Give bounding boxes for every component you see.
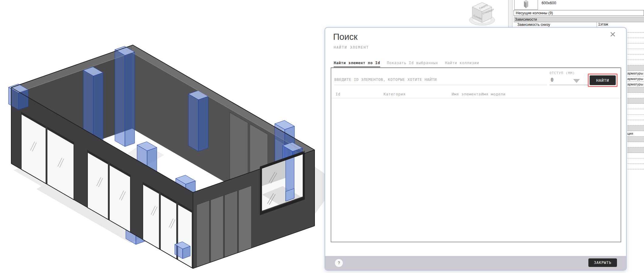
type-size-label: 600x600 [542,1,556,5]
column-preview-icon [523,0,529,9]
background-table-row [627,38,644,43]
background-table: арматурыарматурыарматурыция [627,27,644,170]
background-table-row [627,164,644,169]
background-table-row: арматуры [627,76,644,82]
background-table-row [627,109,644,115]
tab-find-collisions[interactable]: Найти коллизии [445,60,479,67]
tab-find-by-id[interactable]: Найти элемент по Id [334,60,380,67]
results-area [331,98,621,242]
dialog-footer: ? ЗАКРЫТЬ [325,256,626,270]
background-table-row: арматуры [627,82,644,87]
background-table-row [627,136,644,142]
background-table-row [627,120,644,126]
background-table-row [627,98,644,104]
help-icon[interactable]: ? [335,259,343,267]
offset-label: ОТСТУП (ММ) [549,71,575,75]
header-divider [331,98,621,98]
background-table-row [627,142,644,147]
background-table-row [627,93,644,98]
property-label: Зависимость снизу [517,22,550,27]
properties-scrollbar[interactable] [508,0,512,27]
type-preview[interactable] [514,0,538,10]
constraints-section-header[interactable]: Зависимости [514,17,644,22]
property-row: Зависимость снизу 1этаж [514,22,644,27]
background-table-row: ция [627,131,644,136]
background-table-row [627,104,644,109]
close-dialog-button[interactable]: ЗАКРЫТЬ [588,258,617,267]
viewcube[interactable]: Сверху Слева Спереди [467,1,497,27]
background-table-row [627,153,644,158]
background-table-row [627,43,644,49]
search-panel: ОТСТУП (ММ) 0 НАЙТИ Id Категория Имя эле… [331,67,621,242]
close-icon[interactable]: × [610,29,616,39]
app-window: Сверху Слева Спереди 600x600 Несущие кол… [0,0,644,273]
column-header-model-name: Имя модели [481,92,505,96]
background-table-row [627,87,644,93]
find-button-highlight: НАЙТИ [588,74,618,87]
background-table-row [627,65,644,71]
search-dialog: Поиск НАЙТИ ЭЛЕМЕНТ × Найти элемент по I… [325,27,627,271]
column-header-element-name: Имя элемента [452,92,481,96]
column-header-id: Id [336,92,340,96]
background-table-row [627,54,644,60]
properties-panel: 600x600 Несущие колонны (9) Зависимости … [514,0,644,27]
find-button[interactable]: НАЙТИ [590,75,616,85]
background-table-row [627,49,644,54]
tab-show-selected-ids[interactable]: Показать Id выбранных [387,60,438,67]
selection-filter[interactable]: Несущие колонны (9) [514,10,644,16]
background-table-row [627,33,644,38]
offset-field-underline [549,85,588,85]
element-ids-input[interactable] [334,74,547,85]
background-table-row [627,60,644,65]
chevron-down-icon[interactable] [573,79,580,83]
dialog-title: Поиск [333,32,357,42]
background-table-row [627,27,644,33]
tab-bar: Найти элемент по Id Показать Id выбранны… [334,60,484,67]
background-table-row [627,126,644,131]
background-table-row [627,147,644,153]
column-header-category: Категория [384,92,405,96]
dialog-subtitle: НАЙТИ ЭЛЕМЕНТ [334,45,369,50]
background-table-row [627,158,644,164]
property-value[interactable]: 1этаж [597,22,644,27]
background-table-row [627,115,644,120]
model-3d-view[interactable] [0,0,325,273]
background-table-row: арматуры [627,71,644,76]
offset-value-field[interactable]: 0 [551,77,553,83]
